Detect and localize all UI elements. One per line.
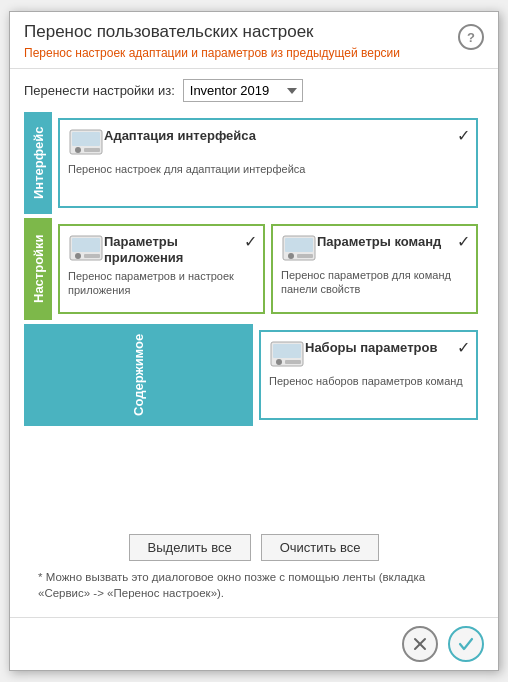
svg-rect-11 bbox=[297, 254, 313, 258]
clear-all-button[interactable]: Очистить все bbox=[261, 534, 380, 561]
card-top-sets: Наборы параметров bbox=[269, 340, 468, 370]
card-top-app: Параметры приложения bbox=[68, 234, 255, 265]
section-label-settings: Настройки bbox=[24, 218, 52, 320]
card-desc-sets: Перенос наборов параметров команд bbox=[269, 374, 468, 388]
section-cards-settings: Параметры приложения Перенос параметров … bbox=[52, 218, 484, 320]
card-app-params[interactable]: Параметры приложения Перенос параметров … bbox=[58, 224, 265, 314]
svg-rect-13 bbox=[273, 344, 301, 358]
card-check-sets: ✓ bbox=[457, 338, 470, 357]
svg-rect-3 bbox=[84, 148, 100, 152]
help-button[interactable]: ? bbox=[458, 24, 484, 50]
svg-rect-1 bbox=[72, 132, 100, 146]
card-top-cmd: Параметры команд bbox=[281, 234, 468, 264]
card-icon-app bbox=[68, 234, 104, 264]
card-title-interface: Адаптация интерфейса bbox=[104, 128, 468, 144]
card-desc-interface: Перенос настроек для адаптации интерфейс… bbox=[68, 162, 468, 176]
section-settings: Настройки Параметры приложения bbox=[24, 218, 484, 320]
section-interface: Интерфейс Адаптация интерфейса bbox=[24, 112, 484, 214]
svg-point-6 bbox=[75, 253, 81, 259]
card-check-app: ✓ bbox=[244, 232, 257, 251]
card-param-sets[interactable]: Наборы параметров Перенос наборов параме… bbox=[259, 330, 478, 420]
card-desc-app: Перенос параметров и настроек приложения bbox=[68, 269, 255, 298]
section-content: Содержимое Наборы параметров bbox=[24, 324, 484, 426]
section-label-content: Содержимое bbox=[24, 324, 253, 426]
svg-rect-15 bbox=[285, 360, 301, 364]
settings-from-label: Перенести настройки из: bbox=[24, 83, 175, 98]
dialog-title: Перенос пользовательских настроек bbox=[24, 22, 450, 42]
card-icon-sets bbox=[269, 340, 305, 370]
card-interface-adaptation[interactable]: Адаптация интерфейса Перенос настроек дл… bbox=[58, 118, 478, 208]
svg-rect-5 bbox=[72, 238, 100, 252]
sections-container: Интерфейс Адаптация интерфейса bbox=[24, 112, 484, 526]
title-bar-left: Перенос пользовательских настроек Перено… bbox=[24, 22, 450, 60]
card-cmd-params[interactable]: Параметры команд Перенос параметров для … bbox=[271, 224, 478, 314]
version-select[interactable]: Inventor 2019 Inventor 2018 Inventor 201… bbox=[183, 79, 303, 102]
svg-point-10 bbox=[288, 253, 294, 259]
section-cards-interface: Адаптация интерфейса Перенос настроек дл… bbox=[52, 112, 484, 214]
cancel-button[interactable] bbox=[402, 626, 438, 662]
content-area: Перенести настройки из: Inventor 2019 In… bbox=[10, 69, 498, 617]
footer-note: * Можно вызвать это диалоговое окно позж… bbox=[24, 569, 484, 607]
title-bar: Перенос пользовательских настроек Перено… bbox=[10, 12, 498, 69]
card-title-app: Параметры приложения bbox=[104, 234, 255, 265]
confirm-button[interactable] bbox=[448, 626, 484, 662]
action-buttons-row: Выделить все Очистить все bbox=[24, 526, 484, 569]
section-label-interface: Интерфейс bbox=[24, 112, 52, 214]
card-top: Адаптация интерфейса bbox=[68, 128, 468, 158]
dialog: Перенос пользовательских настроек Перено… bbox=[9, 11, 499, 671]
card-header-interface: Адаптация интерфейса bbox=[104, 128, 468, 144]
card-check-interface: ✓ bbox=[457, 126, 470, 145]
svg-rect-9 bbox=[285, 238, 313, 252]
settings-row: Перенести настройки из: Inventor 2019 In… bbox=[24, 79, 484, 102]
cancel-icon bbox=[411, 635, 429, 653]
section-cards-content: Наборы параметров Перенос наборов параме… bbox=[253, 324, 484, 426]
dialog-subtitle: Перенос настроек адаптации и параметров … bbox=[24, 46, 450, 60]
svg-point-2 bbox=[75, 147, 81, 153]
card-header-cmd: Параметры команд bbox=[317, 234, 468, 250]
card-header-sets: Наборы параметров bbox=[305, 340, 468, 356]
card-icon-interface bbox=[68, 128, 104, 158]
svg-point-14 bbox=[276, 359, 282, 365]
card-title-cmd: Параметры команд bbox=[317, 234, 468, 250]
svg-rect-7 bbox=[84, 254, 100, 258]
select-all-button[interactable]: Выделить все bbox=[129, 534, 251, 561]
card-desc-cmd: Перенос параметров для команд панели сво… bbox=[281, 268, 468, 297]
card-icon-cmd bbox=[281, 234, 317, 264]
card-header-app: Параметры приложения bbox=[104, 234, 255, 265]
card-check-cmd: ✓ bbox=[457, 232, 470, 251]
bottom-bar bbox=[10, 617, 498, 670]
card-title-sets: Наборы параметров bbox=[305, 340, 468, 356]
confirm-icon bbox=[457, 635, 475, 653]
